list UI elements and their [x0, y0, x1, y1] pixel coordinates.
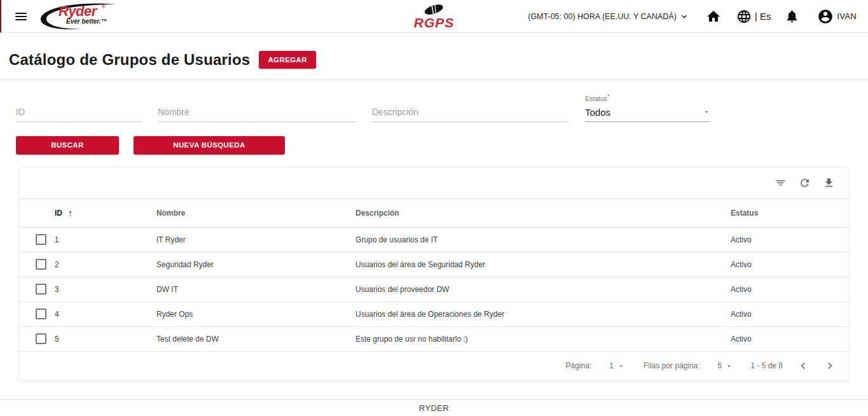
- rgps-leaf-icon: [420, 3, 448, 17]
- notifications-button[interactable]: [785, 9, 799, 24]
- refresh-button[interactable]: [797, 175, 812, 190]
- row-checkbox[interactable]: [36, 259, 46, 270]
- status-select[interactable]: Todos: [585, 106, 710, 122]
- status-selected-value: Todos: [585, 107, 610, 118]
- user-menu[interactable]: IVAN: [817, 8, 857, 25]
- rgps-logo-text: RGPS: [414, 15, 455, 31]
- required-mark: *: [607, 93, 610, 99]
- cell-status: Activo: [731, 285, 849, 294]
- dropdown-arrow-icon: [703, 108, 710, 116]
- table-row[interactable]: 4 Ryder Ops Usuarios del área de Operaci…: [20, 302, 849, 327]
- cell-status: Activo: [731, 335, 849, 343]
- page-value: 1: [609, 361, 614, 370]
- home-button[interactable]: [706, 9, 721, 24]
- row-checkbox[interactable]: [36, 284, 46, 295]
- description-input[interactable]: [372, 103, 569, 122]
- footer-text: RYDER: [419, 403, 449, 413]
- row-checkbox[interactable]: [36, 333, 46, 344]
- refresh-icon: [799, 177, 811, 189]
- cell-description: Usuarios del área de Seguridad Ryder: [355, 260, 731, 269]
- top-bar: Ryder ® Ever better.™ RGPS (GMT-05: 00) …: [0, 0, 868, 33]
- page-label: Página:: [566, 361, 592, 370]
- cell-id: 1: [55, 235, 156, 244]
- pagination-bar: Página: 1 Filas por página: 5 1 - 5 de 8: [20, 352, 849, 380]
- dropdown-arrow-icon: [726, 363, 733, 370]
- table-row[interactable]: 5 Test delete de DW Este grupo de usr no…: [20, 327, 849, 352]
- chevron-left-icon: [797, 359, 809, 372]
- search-button[interactable]: BUSCAR: [16, 136, 119, 155]
- search-form: Estatus* Todos: [0, 80, 868, 122]
- cell-description: Este grupo de usr no habilitarlo :): [355, 335, 731, 343]
- column-header-status[interactable]: Estatus: [731, 209, 849, 218]
- globe-icon: [736, 9, 752, 24]
- download-icon: [823, 177, 835, 189]
- ryder-reg-mark: ®: [102, 4, 106, 10]
- add-button[interactable]: AGREGAR: [259, 51, 316, 69]
- home-icon: [706, 9, 721, 24]
- chevron-down-icon: [679, 11, 689, 22]
- rows-per-page-select[interactable]: 5: [718, 361, 733, 370]
- cell-status: Activo: [731, 310, 849, 319]
- bell-icon: [785, 9, 799, 24]
- ryder-logo[interactable]: Ryder ® Ever better.™: [43, 3, 114, 31]
- language-label: | Es: [755, 11, 771, 22]
- id-input[interactable]: [16, 103, 141, 122]
- cell-name: DW IT: [156, 285, 355, 294]
- rows-per-page-value: 5: [718, 361, 722, 370]
- name-input[interactable]: [158, 103, 356, 122]
- sort-ascending-icon[interactable]: ↑: [68, 207, 73, 218]
- dropdown-arrow-icon: [617, 363, 624, 370]
- cell-description: Usuarios del área de Operaciones de Ryde…: [355, 310, 731, 319]
- cell-status: Activo: [731, 235, 849, 244]
- avatar-icon: [817, 8, 834, 25]
- status-label: Estatus*: [585, 93, 710, 102]
- new-search-button[interactable]: NUEVA BÚSQUEDA: [134, 136, 285, 155]
- cell-name: Test delete de DW: [156, 335, 355, 343]
- rgps-logo: RGPS: [414, 3, 455, 31]
- table-row[interactable]: 1 IT Ryder Grupo de usuarios de IT Activ…: [20, 228, 849, 253]
- menu-icon[interactable]: [15, 11, 27, 22]
- table-toolbar: [20, 167, 849, 198]
- timezone-selector[interactable]: (GMT-05: 00) HORA (EE.UU. Y CANADÁ): [528, 11, 689, 22]
- page-select[interactable]: 1: [609, 361, 624, 370]
- cell-name: IT Ryder: [156, 235, 355, 244]
- user-name: IVAN: [837, 11, 857, 21]
- filter-button[interactable]: [773, 175, 788, 190]
- filter-icon: [775, 177, 787, 189]
- cell-description: Usuarios del proveedor DW: [355, 285, 731, 294]
- cell-description: Grupo de usuarios de IT: [355, 235, 731, 244]
- cell-name: Seguridad Ryder: [156, 260, 355, 269]
- previous-page-button[interactable]: [797, 359, 809, 372]
- cell-status: Activo: [731, 260, 849, 269]
- chevron-right-icon: [823, 359, 836, 372]
- row-checkbox[interactable]: [36, 234, 46, 245]
- cell-id: 2: [55, 260, 156, 269]
- row-checkbox[interactable]: [36, 309, 46, 319]
- table-header-row: ID ↑ Nombre Descripción Estatus: [20, 198, 849, 228]
- cell-id: 4: [55, 310, 156, 319]
- cell-name: Ryder Ops: [156, 310, 355, 319]
- table-row[interactable]: 2 Seguridad Ryder Usuarios del área de S…: [20, 253, 849, 277]
- language-selector[interactable]: | Es: [736, 9, 771, 24]
- cell-id: 3: [55, 285, 156, 294]
- column-header-description[interactable]: Descripción: [355, 209, 731, 218]
- column-header-name[interactable]: Nombre: [156, 209, 355, 218]
- pagination-range: 1 - 5 de 8: [750, 361, 783, 370]
- timezone-label: (GMT-05: 00) HORA (EE.UU. Y CANADÁ): [528, 12, 677, 21]
- table-row[interactable]: 3 DW IT Usuarios del proveedor DW Activo: [20, 277, 849, 302]
- column-header-id[interactable]: ID ↑: [55, 207, 156, 218]
- rows-per-page-label: Filas por página:: [644, 361, 700, 370]
- ryder-tagline: Ever better.™: [66, 18, 107, 25]
- page-title: Catálogo de Grupos de Usuarios: [9, 51, 250, 69]
- cell-id: 5: [55, 335, 156, 343]
- footer: RYDER: [0, 399, 868, 416]
- status-field: Estatus* Todos: [585, 93, 710, 122]
- next-page-button[interactable]: [823, 359, 836, 372]
- results-card: ID ↑ Nombre Descripción Estatus 1 IT Ryd…: [19, 167, 850, 381]
- download-button[interactable]: [821, 175, 836, 190]
